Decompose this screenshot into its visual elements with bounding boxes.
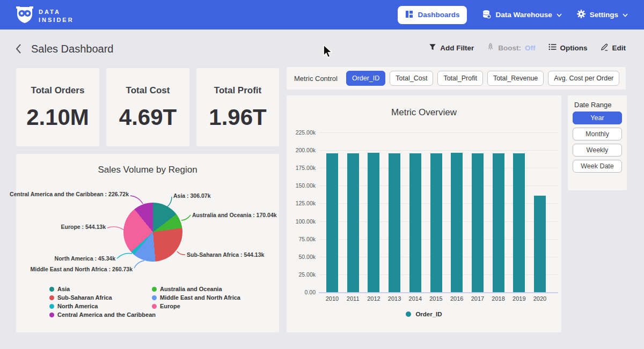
gear-icon	[577, 10, 586, 20]
dashboard-grid-icon	[405, 10, 413, 20]
mouse-cursor	[323, 44, 333, 61]
metric-buttons: Order_IDTotal_CostTotal_ProfitTotal_Reve…	[346, 71, 619, 86]
y-axis-tick: 0.00	[288, 289, 316, 295]
bar-2016	[451, 153, 463, 292]
metric-button-avg-cost-per-order[interactable]: Avg. Cost per Order	[548, 71, 619, 86]
pencil-icon	[601, 43, 609, 53]
settings-menu[interactable]: Settings	[577, 10, 628, 20]
bar-2013	[389, 153, 400, 292]
metric-control-bar: Metric Control Order_IDTotal_CostTotal_P…	[287, 67, 626, 90]
kpi-value: 1.96T	[196, 105, 279, 130]
pie-legend-item-central-america-and-the-caribbean[interactable]: Central America and the Caribbean	[49, 311, 156, 318]
legend-dot	[152, 295, 157, 300]
screen: DATA INSIDER Dashboards	[0, 0, 644, 349]
date-range-button-weekly[interactable]: Weekly	[573, 144, 622, 157]
pie-legend-item-middle-east-and-north-africa[interactable]: Middle East and North Africa	[152, 294, 240, 301]
bar-chart-plot: 225.00k200.00k175.00k150.00k125.00k100.0…	[287, 95, 561, 332]
pie-label-asia: Asia : 306.07k	[173, 192, 210, 199]
x-axis-tick: 2014	[405, 295, 426, 302]
date-range-button-year[interactable]: Year	[573, 112, 622, 124]
pie-leader-line	[177, 251, 185, 255]
dashboards-button[interactable]: Dashboards	[398, 6, 467, 24]
bar-chart-legend[interactable]: Order_ID	[287, 311, 561, 317]
date-range-card: Date Range YearMonthlyWeeklyWeek Date	[568, 95, 627, 190]
pie-chart[interactable]	[123, 203, 182, 262]
owl-logo-icon	[16, 6, 33, 26]
grid-line	[319, 150, 558, 151]
x-axis-tick: 2010	[321, 295, 343, 302]
bar-2019	[513, 153, 525, 292]
y-axis-tick: 225.00k	[288, 129, 316, 136]
metric-button-total-cost[interactable]: Total_Cost	[390, 71, 433, 86]
top-navbar: DATA INSIDER Dashboards	[0, 0, 644, 29]
bar-2011	[347, 153, 359, 292]
pie-leader-line	[130, 196, 143, 204]
brand-logo[interactable]: DATA INSIDER	[16, 6, 74, 26]
pie-legend-item-sub-saharan-africa[interactable]: Sub-Saharan Africa	[49, 294, 156, 301]
legend-label: Sub-Saharan Africa	[57, 294, 112, 301]
legend-dot	[49, 313, 54, 317]
pie-legend-item-asia[interactable]: Asia	[49, 286, 156, 292]
bar-2012	[368, 153, 379, 292]
legend-dot	[49, 287, 54, 292]
rocket-icon	[487, 43, 494, 53]
date-range-button-monthly[interactable]: Monthly	[573, 128, 622, 140]
edit-button[interactable]: Edit	[601, 43, 626, 53]
legend-label: Middle East and North Africa	[160, 294, 240, 301]
date-range-buttons: YearMonthlyWeeklyWeek Date	[573, 112, 622, 173]
pie-leader-line	[181, 215, 191, 220]
metric-button-total-profit[interactable]: Total_Profit	[437, 71, 483, 86]
pie-leader-line	[134, 261, 144, 268]
pie-legend-item-europe[interactable]: Europe	[152, 303, 240, 309]
data-warehouse-menu[interactable]: Data Warehouse	[482, 10, 561, 20]
y-axis-tick: 50.00k	[288, 254, 316, 260]
pie-label-australia-and-oceania: Australia and Oceania : 170.04k	[192, 212, 277, 218]
legend-label: Asia	[57, 286, 70, 292]
pie-label-central-america-and-the-caribbean: Central America and the Caribbean : 226.…	[10, 191, 129, 197]
grid-line	[319, 132, 558, 133]
pie-leader-line	[117, 254, 132, 258]
add-filter-button[interactable]: Add Filter	[429, 43, 474, 53]
y-axis-tick: 75.00k	[288, 236, 316, 242]
options-button[interactable]: Options	[548, 43, 588, 52]
bar-2020	[534, 196, 546, 292]
database-icon	[482, 10, 491, 20]
boost-toggle[interactable]: Boost: Off	[487, 43, 535, 53]
grid-line	[319, 292, 558, 293]
pie-label-middle-east-and-north-africa: Middle East and North Africa : 260.73k	[31, 266, 133, 272]
titlebar-actions: Add Filter Boost: Off Options	[429, 43, 626, 53]
metric-button-order-id[interactable]: Order_ID	[346, 71, 385, 86]
pie-chart-card: Sales Volume by Region Asia : 306.07kAus…	[16, 154, 279, 332]
kpi-label: Total Orders	[16, 85, 99, 96]
x-axis-tick: 2015	[426, 295, 447, 302]
x-axis-tick: 2011	[342, 295, 364, 302]
y-axis-tick: 25.00k	[288, 271, 316, 278]
date-range-button-week-date[interactable]: Week Date	[573, 160, 622, 173]
boost-status: Off	[525, 44, 536, 52]
legend-dot	[49, 304, 54, 309]
pie-label-north-america: North America : 45.34k	[55, 255, 115, 262]
pie-label-sub-saharan-africa: Sub-Saharan Africa : 544.13k	[187, 251, 264, 258]
legend-label: Order_ID	[415, 311, 442, 317]
metric-control-label: Metric Control	[294, 75, 338, 83]
pie-legend-item-australia-and-oceania[interactable]: Australia and Oceania	[152, 286, 240, 292]
pie-legend-column-2: Australia and OceaniaMiddle East and Nor…	[152, 286, 240, 309]
chevron-down-icon	[623, 11, 628, 19]
metric-button-total-revenue[interactable]: Total_Revenue	[487, 71, 544, 86]
back-button[interactable]	[15, 43, 26, 54]
y-axis-tick: 125.00k	[288, 200, 316, 206]
kpi-label: Total Cost	[106, 85, 189, 96]
pie-legend-item-north-america[interactable]: North America	[49, 303, 156, 309]
kpi-card-total-orders: Total Orders 2.10M	[16, 68, 99, 146]
x-axis-tick: 2017	[467, 295, 488, 302]
bar-2017	[472, 153, 484, 292]
bar-2018	[493, 153, 504, 292]
kpi-value: 2.10M	[16, 105, 99, 130]
pie-legend-column-1: AsiaSub-Saharan AfricaNorth AmericaCentr…	[49, 286, 156, 318]
pie-leader-line	[167, 197, 172, 207]
legend-label: North America	[57, 303, 98, 309]
y-axis-tick: 150.00k	[288, 182, 316, 189]
date-range-label: Date Range	[574, 101, 611, 109]
chevron-down-icon	[557, 11, 562, 19]
legend-dot	[152, 304, 157, 309]
